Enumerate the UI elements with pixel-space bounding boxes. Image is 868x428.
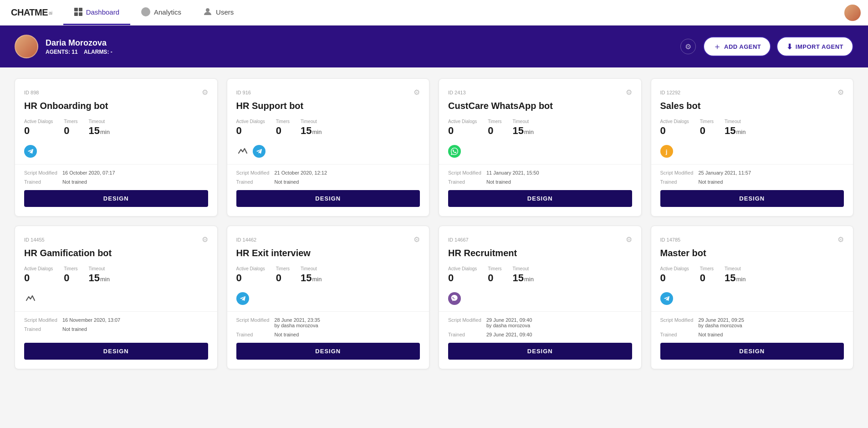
app-name: CHATME [11,7,48,18]
telegram-icon [660,292,673,305]
app-logo: CHATMEai [0,0,63,25]
trained-label: Trained [660,332,697,337]
stat-active-dialogs: Active Dialogs 0 [660,266,689,284]
card-meta: Script Modified 21 October 2020, 12:12 [236,170,420,177]
alarms-value: - [111,49,112,55]
stat-timeout: Timeout 15min [89,119,110,137]
card-title: HR Onboarding bot [24,100,208,112]
script-modified-row: Script Modified 28 June 2021, 23:35by da… [236,317,420,328]
card-channel-icons [236,144,420,159]
stat-timeout-label: Timeout [301,119,322,124]
card-title: HR Gamification bot [24,248,208,259]
stat-timers-label: Timers [64,266,77,271]
nlp-icon [236,145,249,158]
nav-right [837,0,868,25]
profile-name: Daria Morozova [46,38,669,48]
card-header: ID 14667 ⚙ [448,235,632,244]
stat-timers: Timers 0 [276,119,290,137]
stat-active-dialogs-value: 0 [24,125,53,137]
add-agent-button[interactable]: ＋ ADD AGENT [703,36,771,57]
card-channel-icons [448,144,632,159]
script-modified-label: Script Modified [236,317,273,323]
card-settings-icon[interactable]: ⚙ [837,88,844,97]
card-settings-icon[interactable]: ⚙ [626,235,632,244]
script-modified-label: Script Modified [24,170,61,175]
nav-item-dashboard[interactable]: Dashboard [63,0,130,25]
card-settings-icon[interactable]: ⚙ [414,88,420,97]
design-button[interactable]: DESIGN [236,343,420,360]
card-title: Sales bot [660,100,844,112]
card-id: ID 14785 [660,237,681,242]
design-button[interactable]: DESIGN [660,190,844,207]
stat-timeout: Timeout 15min [301,266,322,284]
card-settings-icon[interactable]: ⚙ [414,235,420,244]
bot-card: ID 916 ⚙ HR Support bot Active Dialogs 0… [227,78,430,217]
trained-row: Trained Not trained [236,332,420,337]
stat-timers-label: Timers [276,119,290,124]
card-meta: Script Modified 25 January 2021, 11:57 [660,170,844,177]
card-id: ID 12292 [660,90,681,95]
card-meta: Script Modified 28 June 2021, 23:35by da… [236,317,420,330]
import-agent-label: IMPORT AGENT [796,43,843,50]
card-channel-icons [448,291,632,306]
stat-active-dialogs-label: Active Dialogs [448,266,477,271]
nlp-icon [24,292,37,305]
card-header: ID 14785 ⚙ [660,235,844,244]
banner-buttons: ＋ ADD AGENT ⬇ IMPORT AGENT [703,36,853,57]
stat-timeout: Timeout 15min [725,119,745,137]
stat-timeout-label: Timeout [301,266,322,271]
stat-timeout: Timeout 15min [513,266,534,284]
stat-active-dialogs-value: 0 [236,272,265,284]
card-settings-icon[interactable]: ⚙ [202,235,208,244]
card-stats: Active Dialogs 0 Timers 0 Timeout 15min [24,266,208,284]
stat-timeout-label: Timeout [89,266,110,271]
card-header: ID 2413 ⚙ [448,88,632,97]
trained-row: Trained 29 June 2021, 09:40 [448,332,632,337]
stat-timeout-label: Timeout [725,119,745,124]
bot-card: ID 14455 ⚙ HR Gamification bot Active Di… [15,226,218,369]
card-meta: Script Modified 16 November 2020, 13:07 [24,317,208,325]
user-avatar-nav [844,5,861,21]
stat-active-dialogs-label: Active Dialogs [236,119,265,124]
card-settings-icon[interactable]: ⚙ [837,235,844,244]
script-modified-row: Script Modified 11 January 2021, 15:50 [448,170,632,175]
import-agent-button[interactable]: ⬇ IMPORT AGENT [776,36,853,57]
card-header: ID 12292 ⚙ [660,88,844,97]
stat-active-dialogs: Active Dialogs 0 [24,266,53,284]
stat-timers-value: 0 [64,272,77,284]
card-stats: Active Dialogs 0 Timers 0 Timeout 15min [660,119,844,137]
stat-active-dialogs: Active Dialogs 0 [660,119,689,137]
stat-active-dialogs-label: Active Dialogs [24,119,53,124]
stat-active-dialogs-value: 0 [448,272,477,284]
nav-items: Dashboard Analytics Users [63,0,837,25]
card-stats: Active Dialogs 0 Timers 0 Timeout 15min [660,266,844,284]
stat-timers-value: 0 [700,272,714,284]
nav-item-users[interactable]: Users [192,0,245,25]
design-button[interactable]: DESIGN [24,343,208,360]
design-button[interactable]: DESIGN [660,343,844,360]
dashboard-icon [74,8,82,16]
script-modified-row: Script Modified 25 January 2021, 11:57 [660,170,844,175]
design-button[interactable]: DESIGN [24,190,208,207]
trained-label: Trained [24,326,61,332]
profile-settings-button[interactable]: ⚙ [680,39,696,54]
card-settings-icon[interactable]: ⚙ [202,88,208,97]
card-id: ID 14667 [448,237,469,242]
bot-card: ID 14785 ⚙ Master bot Active Dialogs 0 T… [651,226,854,369]
card-channel-icons [24,144,208,159]
card-settings-icon[interactable]: ⚙ [626,88,632,97]
telegram-icon [253,145,266,158]
trained-label: Trained [236,332,273,337]
card-title: HR Support bot [236,100,420,112]
design-button[interactable]: DESIGN [448,343,632,360]
card-title: CustCare WhatsApp bot [448,100,632,112]
design-button[interactable]: DESIGN [448,190,632,207]
design-button[interactable]: DESIGN [236,190,420,207]
card-title: HR Exit interview [236,248,420,259]
nav-item-analytics[interactable]: Analytics [130,0,192,25]
stat-timers: Timers 0 [700,119,714,137]
bot-card: ID 2413 ⚙ CustCare WhatsApp bot Active D… [439,78,642,217]
stat-timers-value: 0 [700,125,714,137]
card-stats: Active Dialogs 0 Timers 0 Timeout 15min [236,266,420,284]
card-meta: Script Modified 29 June 2021, 09:25by da… [660,317,844,330]
